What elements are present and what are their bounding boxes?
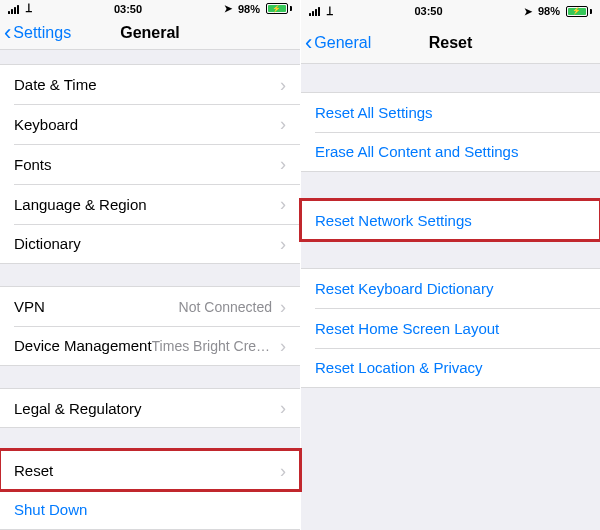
back-button[interactable]: ‹ Settings (4, 17, 71, 49)
wifi-icon: 𝈜 (25, 1, 32, 14)
row-label: Legal & Regulatory (14, 400, 142, 417)
back-label: Settings (13, 24, 71, 42)
chevron-right-icon: › (280, 115, 286, 133)
row-reset-home-screen[interactable]: Reset Home Screen Layout (301, 308, 600, 348)
chevron-left-icon: ‹ (4, 22, 11, 44)
row-label: Reset (14, 462, 53, 479)
row-label: Keyboard (14, 116, 78, 133)
battery-icon: ⚡ (566, 6, 592, 17)
row-reset[interactable]: Reset › (0, 450, 300, 490)
row-date-time[interactable]: Date & Time › (0, 64, 300, 104)
row-label: Shut Down (14, 501, 87, 518)
row-erase-all[interactable]: Erase All Content and Settings (301, 132, 600, 172)
screen-general: 𝈜 03:50 ➤ 98% ⚡ ‹ Settings General Date … (0, 0, 300, 530)
nav-title: Reset (429, 34, 473, 52)
row-label: Erase All Content and Settings (315, 143, 518, 160)
row-reset-network-settings[interactable]: Reset Network Settings (301, 200, 600, 240)
battery-percent: 98% (538, 5, 560, 17)
row-shut-down[interactable]: Shut Down (0, 490, 300, 530)
chevron-right-icon: › (280, 76, 286, 94)
location-icon: ➤ (224, 3, 232, 14)
row-label: Reset Home Screen Layout (315, 320, 499, 337)
row-device-management[interactable]: Device Management Times Bright CreSu… › (0, 326, 300, 366)
screen-reset: 𝈜 03:50 ➤ 98% ⚡ ‹ General Reset Reset Al… (300, 0, 600, 530)
cellular-signal-icon (8, 4, 19, 14)
status-bar: 𝈜 03:50 ➤ 98% ⚡ (0, 0, 300, 17)
row-label: Dictionary (14, 235, 81, 252)
wifi-icon: 𝈜 (326, 4, 333, 17)
nav-bar: ‹ General Reset (301, 22, 600, 64)
cellular-signal-icon (309, 6, 320, 16)
chevron-right-icon: › (280, 155, 286, 173)
row-label: Reset Location & Privacy (315, 359, 483, 376)
battery-icon: ⚡ (266, 3, 292, 14)
nav-bar: ‹ Settings General (0, 17, 300, 50)
chevron-right-icon: › (280, 399, 286, 417)
row-label: Device Management (14, 337, 152, 354)
row-detail: Not Connected (179, 299, 272, 315)
back-button[interactable]: ‹ General (305, 22, 371, 63)
row-label: Language & Region (14, 196, 147, 213)
row-label: Fonts (14, 156, 52, 173)
row-reset-all-settings[interactable]: Reset All Settings (301, 92, 600, 132)
row-language-region[interactable]: Language & Region › (0, 184, 300, 224)
row-reset-location-privacy[interactable]: Reset Location & Privacy (301, 348, 600, 388)
row-label: Date & Time (14, 76, 97, 93)
row-vpn[interactable]: VPN Not Connected › (0, 286, 300, 326)
status-time: 03:50 (114, 3, 142, 15)
row-label: Reset All Settings (315, 104, 433, 121)
chevron-right-icon: › (280, 235, 286, 253)
chevron-right-icon: › (280, 462, 286, 480)
row-legal-regulatory[interactable]: Legal & Regulatory › (0, 388, 300, 428)
row-dictionary[interactable]: Dictionary › (0, 224, 300, 264)
row-label: Reset Keyboard Dictionary (315, 280, 493, 297)
chevron-right-icon: › (280, 337, 286, 355)
back-label: General (314, 34, 371, 52)
status-time: 03:50 (414, 5, 442, 17)
nav-title: General (120, 24, 180, 42)
chevron-right-icon: › (280, 195, 286, 213)
row-fonts[interactable]: Fonts › (0, 144, 300, 184)
row-label: VPN (14, 298, 45, 315)
location-icon: ➤ (524, 6, 532, 17)
row-reset-keyboard-dictionary[interactable]: Reset Keyboard Dictionary (301, 268, 600, 308)
battery-percent: 98% (238, 3, 260, 15)
row-label: Reset Network Settings (315, 212, 472, 229)
row-keyboard[interactable]: Keyboard › (0, 104, 300, 144)
chevron-left-icon: ‹ (305, 32, 312, 54)
row-detail: Times Bright CreSu… (152, 338, 272, 354)
status-bar: 𝈜 03:50 ➤ 98% ⚡ (301, 0, 600, 22)
chevron-right-icon: › (280, 298, 286, 316)
